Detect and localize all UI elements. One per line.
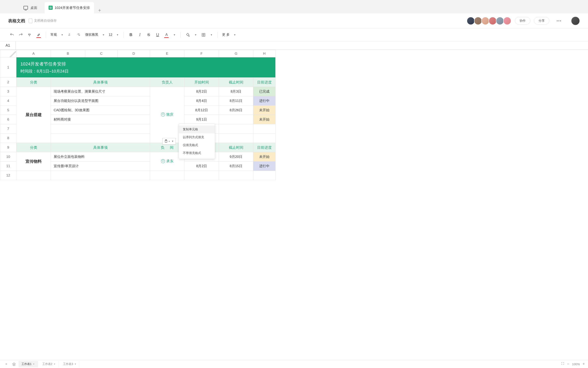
cell[interactable] <box>185 171 219 180</box>
cell[interactable]: 目前进度 <box>253 143 276 152</box>
clear-format-button[interactable] <box>35 31 43 39</box>
cell[interactable]: 进行中 <box>253 96 276 106</box>
cell[interactable]: 展位外立面包装物料 <box>51 152 150 162</box>
cell[interactable]: 进行中 <box>253 162 276 171</box>
cell[interactable] <box>219 124 253 134</box>
italic-button[interactable]: I <box>136 31 143 39</box>
cell[interactable] <box>16 171 51 180</box>
cell[interactable]: 负责人 <box>150 78 185 87</box>
cell[interactable] <box>150 171 185 180</box>
collaborate-button[interactable]: 协作 <box>515 17 530 25</box>
cell[interactable]: 展台搭建 <box>16 87 51 143</box>
cell[interactable]: 8月4日 <box>185 96 219 106</box>
cell[interactable] <box>253 171 276 180</box>
cell[interactable]: 8月26日 <box>219 106 253 115</box>
underline-button[interactable]: U <box>154 31 161 39</box>
redo-button[interactable] <box>17 31 25 39</box>
chevron-down-icon[interactable]: ▼ <box>232 33 238 36</box>
cell[interactable]: 8月3日 <box>219 87 253 96</box>
cell[interactable]: 9月20日 <box>219 152 253 162</box>
cell[interactable] <box>51 124 150 134</box>
add-tab-button[interactable]: ＋ <box>94 7 105 13</box>
row-header[interactable]: 11 <box>0 162 16 171</box>
cell[interactable]: 8月12日 <box>185 106 219 115</box>
cell[interactable]: 8月11日 <box>219 96 253 106</box>
text-color-button[interactable]: A <box>163 31 170 39</box>
chevron-down-icon[interactable]: ▼ <box>171 33 177 36</box>
cell-reference[interactable]: A1 <box>0 41 16 50</box>
user-avatar[interactable] <box>571 16 580 25</box>
cell[interactable]: 宣传物料 <box>16 152 51 171</box>
cell[interactable]: 9月1日 <box>185 115 219 124</box>
avatar[interactable] <box>503 17 511 25</box>
collaborator-avatars[interactable] <box>468 17 511 25</box>
row-header[interactable]: 8 <box>0 134 16 143</box>
col-header[interactable]: G <box>219 50 253 57</box>
cell[interactable]: 材料商对接 <box>51 115 150 124</box>
cell[interactable] <box>51 134 150 143</box>
number-format-select[interactable]: 常规 <box>49 33 58 37</box>
cell[interactable]: 截止时间 <box>219 143 253 152</box>
cell[interactable] <box>253 124 276 134</box>
cell[interactable]: 未开始 <box>253 115 276 124</box>
cell[interactable]: 已完成 <box>253 87 276 96</box>
cell[interactable]: 8月15日 <box>219 162 253 171</box>
cell[interactable] <box>219 115 253 124</box>
cell[interactable]: 未开始 <box>253 152 276 162</box>
undo-button[interactable] <box>8 31 16 39</box>
cell[interactable] <box>219 171 253 180</box>
cell[interactable]: 目前进度 <box>253 78 276 87</box>
avatar[interactable] <box>481 17 490 25</box>
increase-decimal-button[interactable]: .00 <box>75 31 83 39</box>
chevron-down-icon[interactable]: ▼ <box>101 33 106 36</box>
cell[interactable]: 开始时间 <box>185 78 219 87</box>
chevron-down-icon[interactable]: ▼ <box>59 33 65 36</box>
chevron-down-icon[interactable]: ▼ <box>193 33 198 36</box>
cell[interactable]: 展台功能划分以及造型平面图 <box>51 96 150 106</box>
col-header[interactable]: A <box>16 50 51 57</box>
row-header[interactable]: 6 <box>0 115 16 124</box>
cell[interactable]: 8月2日 <box>185 87 219 96</box>
paste-option-fill-format-only[interactable]: 仅填充格式 <box>179 141 215 149</box>
cell[interactable]: 1024开发者节任务安排 时间段：8月1日–10月24日 <box>16 57 276 78</box>
paste-option-fill-without-format[interactable]: 不带填充格式 <box>179 149 215 157</box>
avatar[interactable] <box>496 17 504 25</box>
font-family-select[interactable]: 微软雅黑 <box>84 33 99 37</box>
borders-button[interactable] <box>200 31 207 39</box>
cell[interactable]: 具体事项 <box>51 78 150 87</box>
cell[interactable]: 未开始 <box>253 106 276 115</box>
cell[interactable]: 截止时间 <box>219 78 253 87</box>
format-painter-button[interactable] <box>26 31 34 39</box>
paste-options-button[interactable]: + ▼ <box>162 138 176 145</box>
desktop-tab[interactable]: 桌面 <box>16 2 45 13</box>
share-button[interactable]: 分享 <box>534 17 549 25</box>
cell[interactable]: 宣传册/单页设计 <box>51 162 150 171</box>
row-header[interactable]: 3 <box>0 87 16 96</box>
font-size-select[interactable]: 12 <box>107 33 114 37</box>
cell[interactable]: 具体事项 <box>51 143 150 152</box>
decrease-decimal-button[interactable]: .0 <box>66 31 74 39</box>
avatar[interactable] <box>467 17 475 25</box>
col-header[interactable]: H <box>253 50 276 57</box>
document-tab[interactable]: 1024开发者节任务安排 <box>45 2 94 13</box>
row-header[interactable]: 7 <box>0 124 16 134</box>
row-header[interactable]: 10 <box>0 152 16 162</box>
chevron-down-icon[interactable]: ▼ <box>115 33 120 36</box>
paste-option-fill-series[interactable]: 以序列方式填充 <box>179 133 215 141</box>
row-header[interactable]: 4 <box>0 96 16 106</box>
cell[interactable]: CAD图绘制、3D效果图 <box>51 106 150 115</box>
chevron-down-icon[interactable]: ▼ <box>209 33 214 36</box>
avatar[interactable] <box>489 17 497 25</box>
col-header[interactable]: D <box>118 50 150 57</box>
cell[interactable]: 现场考察展台位置、测量展位尺寸 <box>51 87 150 96</box>
select-all-corner[interactable] <box>0 50 16 57</box>
strikethrough-button[interactable]: S <box>145 31 152 39</box>
fill-color-button[interactable] <box>184 31 192 39</box>
cell[interactable] <box>219 134 253 143</box>
col-header[interactable]: B <box>51 50 85 57</box>
avatar[interactable] <box>474 17 482 25</box>
cell[interactable]: 分类 <box>16 143 51 152</box>
more-button[interactable]: ••• <box>553 18 565 24</box>
col-header[interactable]: E <box>150 50 185 57</box>
row-header[interactable]: 12 <box>0 171 16 180</box>
